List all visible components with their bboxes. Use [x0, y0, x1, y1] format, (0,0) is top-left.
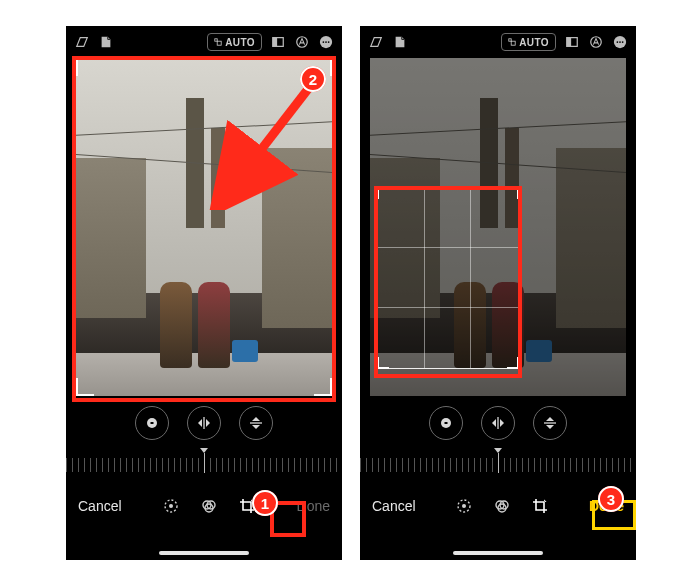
flip-page-icon[interactable]: [98, 34, 114, 50]
done-button[interactable]: Done: [297, 498, 330, 514]
adjust-icon[interactable]: [163, 498, 179, 514]
editor-screen-left: AUTO: [66, 26, 342, 560]
crop-top-toolbar: AUTO: [66, 26, 342, 58]
crop-tool-row: [66, 406, 342, 440]
editor-bottom-bar: Cancel Done: [66, 484, 342, 528]
done-button[interactable]: Done: [589, 498, 624, 514]
svg-rect-26: [445, 422, 448, 424]
photo-canvas[interactable]: [76, 58, 332, 396]
svg-point-8: [328, 41, 330, 43]
home-indicator: [159, 551, 249, 555]
home-indicator: [453, 551, 543, 555]
aspect-ratio-icon[interactable]: [564, 34, 580, 50]
ellipsis-circle-icon[interactable]: [612, 34, 628, 50]
flip-horizontal-icon[interactable]: [481, 406, 515, 440]
svg-rect-1: [217, 41, 221, 45]
auto-label: AUTO: [225, 37, 255, 48]
svg-point-6: [323, 41, 325, 43]
svg-point-24: [622, 41, 624, 43]
editor-screen-right: AUTO: [360, 26, 636, 560]
rotate-icon[interactable]: [429, 406, 463, 440]
flip-vertical-icon[interactable]: [533, 406, 567, 440]
crop-tool-row: [360, 406, 636, 440]
svg-point-23: [619, 41, 621, 43]
auto-button[interactable]: AUTO: [207, 33, 262, 51]
ellipsis-circle-icon[interactable]: [318, 34, 334, 50]
auto-button[interactable]: AUTO: [501, 33, 556, 51]
cancel-button[interactable]: Cancel: [372, 498, 416, 514]
svg-point-12: [169, 504, 173, 508]
markup-icon[interactable]: [294, 34, 310, 50]
aspect-ratio-icon[interactable]: [270, 34, 286, 50]
crop-icon[interactable]: [532, 498, 548, 514]
editor-bottom-bar: Cancel Done: [360, 484, 636, 528]
auto-label: AUTO: [519, 37, 549, 48]
flip-page-icon[interactable]: [392, 34, 408, 50]
straighten-dial[interactable]: [66, 450, 342, 480]
crop-top-toolbar: AUTO: [360, 26, 636, 58]
svg-rect-17: [511, 41, 515, 45]
skew-icon[interactable]: [368, 34, 384, 50]
filters-icon[interactable]: [494, 498, 510, 514]
crop-selection[interactable]: [378, 188, 518, 368]
photo-canvas[interactable]: [370, 58, 626, 396]
flip-horizontal-icon[interactable]: [187, 406, 221, 440]
svg-point-28: [462, 504, 466, 508]
cancel-button[interactable]: Cancel: [78, 498, 122, 514]
svg-point-7: [325, 41, 327, 43]
skew-icon[interactable]: [74, 34, 90, 50]
svg-rect-3: [273, 38, 277, 47]
svg-rect-19: [567, 38, 571, 47]
svg-point-22: [617, 41, 619, 43]
crop-icon[interactable]: [239, 498, 255, 514]
filters-icon[interactable]: [201, 498, 217, 514]
rotate-icon[interactable]: [135, 406, 169, 440]
svg-rect-10: [151, 422, 154, 424]
markup-icon[interactable]: [588, 34, 604, 50]
straighten-dial[interactable]: [360, 450, 636, 480]
flip-vertical-icon[interactable]: [239, 406, 273, 440]
adjust-icon[interactable]: [456, 498, 472, 514]
